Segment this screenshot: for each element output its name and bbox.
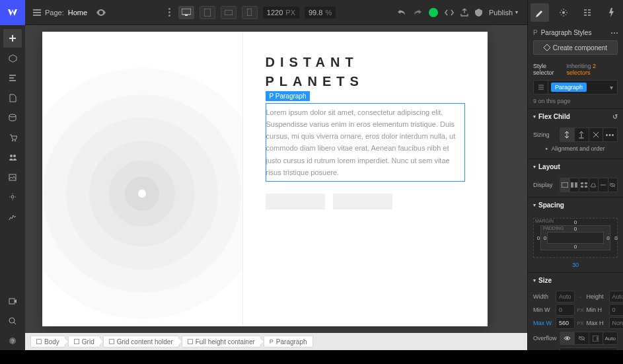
menu-icon[interactable]	[33, 9, 41, 16]
publish-button[interactable]: Publish ▾	[489, 9, 518, 17]
sizing-none-button[interactable]	[589, 128, 604, 141]
status-indicator	[429, 8, 438, 17]
svg-rect-17	[562, 182, 568, 188]
svg-text:?: ?	[11, 338, 15, 344]
class-selector-dropdown[interactable]: Paragraph ▾	[533, 80, 618, 94]
svg-rect-3	[225, 10, 233, 15]
mobile-portrait-button[interactable]	[242, 6, 258, 19]
symbols-button[interactable]	[3, 49, 22, 67]
create-component-button[interactable]: Create component	[533, 40, 618, 55]
audit-icon[interactable]	[475, 9, 482, 17]
reset-icon[interactable]: ↺	[612, 113, 618, 120]
class-tag[interactable]: Paragraph	[551, 83, 587, 92]
export-icon[interactable]	[460, 9, 468, 17]
viewport-controls: 1220PX 99.8%	[161, 6, 341, 19]
settings-tab[interactable]	[554, 3, 573, 22]
breadcrumb-item-body[interactable]: Body	[30, 336, 65, 347]
fit-select[interactable]: Fill	[560, 347, 618, 350]
audit-button[interactable]	[3, 207, 22, 226]
display-flex-button[interactable]	[570, 178, 580, 192]
section-spacing[interactable]: Spacing	[538, 201, 618, 209]
style-manager-tab[interactable]	[578, 3, 597, 22]
margin-bottom-value[interactable]: 30	[533, 260, 618, 268]
max-w-input[interactable]: 560	[556, 317, 575, 329]
zoom-input[interactable]: 99.8%	[305, 7, 336, 18]
section-flex-child[interactable]: Flex Child	[538, 113, 610, 120]
mobile-landscape-button[interactable]	[221, 6, 237, 19]
sizing-more-button[interactable]: •••	[603, 128, 617, 141]
min-h-input[interactable]: 0	[609, 304, 623, 316]
sizing-shrink-button[interactable]	[560, 128, 575, 141]
svg-point-7	[12, 140, 13, 141]
display-group	[560, 178, 618, 192]
placeholder-button-1[interactable]	[266, 194, 325, 209]
right-panel-tabs	[527, 0, 623, 25]
display-grid-button[interactable]	[579, 178, 589, 192]
panel-more-icon[interactable]	[611, 32, 618, 34]
max-h-input[interactable]: None	[609, 317, 623, 329]
display-inline-button[interactable]	[599, 178, 608, 192]
breadcrumb-item-grid[interactable]: Grid	[68, 336, 100, 347]
breadcrumb-item-paragraph[interactable]: PParagraph	[264, 336, 313, 347]
min-w-input[interactable]: 0	[556, 304, 575, 316]
canvas-width-input[interactable]: 1220PX	[263, 7, 299, 18]
overflow-scroll-button[interactable]	[589, 332, 604, 344]
svg-point-6	[9, 114, 16, 117]
selected-paragraph[interactable]: Lorem ipsum dolor sit amet, consectetur …	[266, 103, 466, 182]
undo-icon[interactable]	[397, 9, 406, 17]
alignment-order-row[interactable]: ▸Alignment and order	[533, 143, 618, 155]
section-layout[interactable]: Layout	[538, 163, 618, 170]
svg-point-5	[562, 11, 565, 14]
breadcrumb-item-holder[interactable]: Grid content holder	[103, 336, 179, 347]
svg-point-9	[10, 155, 13, 157]
video-button[interactable]	[3, 292, 22, 310]
svg-rect-22	[581, 186, 583, 188]
tablet-view-button[interactable]	[200, 6, 215, 19]
section-size[interactable]: Size	[538, 277, 618, 284]
pages-button[interactable]	[3, 89, 22, 107]
design-canvas[interactable]: DISTANT PLANETS P Paragraph Lorem ipsum …	[42, 32, 488, 326]
settings-button[interactable]	[3, 188, 22, 206]
help-button[interactable]: ?	[3, 332, 22, 350]
svg-rect-13	[9, 299, 15, 304]
height-input[interactable]: Auto	[609, 291, 623, 303]
overflow-auto-button[interactable]: Auto	[603, 332, 617, 344]
width-input[interactable]: Auto	[556, 291, 575, 303]
style-panel: P Paragraph Styles Create component Styl…	[527, 25, 623, 350]
dropdown-caret-icon: ▾	[606, 84, 617, 91]
assets-button[interactable]	[3, 168, 22, 186]
svg-rect-23	[585, 186, 587, 188]
display-block-button[interactable]	[560, 178, 570, 192]
redo-icon[interactable]	[413, 9, 422, 17]
webflow-logo[interactable]	[0, 0, 25, 25]
page-heading[interactable]: DISTANT PLANETS	[266, 53, 466, 91]
overflow-visible-button[interactable]	[560, 332, 575, 344]
display-inlineblock-button[interactable]	[589, 178, 599, 192]
selection-label: P Paragraph	[266, 91, 311, 101]
cms-button[interactable]	[3, 108, 22, 127]
code-icon[interactable]	[445, 9, 454, 17]
add-element-button[interactable]	[3, 29, 22, 48]
svg-rect-18	[571, 182, 573, 188]
page-prefix: Page:	[45, 9, 64, 17]
placeholder-button-2[interactable]	[333, 194, 392, 209]
svg-rect-25	[593, 336, 599, 342]
inheriting-label[interactable]: Inheriting 2 selectors	[566, 63, 618, 76]
svg-rect-19	[575, 182, 577, 188]
overflow-hidden-button[interactable]	[575, 332, 589, 344]
page-name[interactable]: Home	[68, 9, 87, 17]
preview-icon[interactable]	[96, 9, 106, 16]
breadcrumb-item-container[interactable]: Full height container	[182, 336, 261, 347]
spacing-box[interactable]: MARGIN PADDING 0 0 0 0 0 0 0	[533, 218, 618, 258]
style-tab[interactable]	[531, 3, 549, 22]
display-none-button[interactable]	[608, 178, 618, 192]
sizing-grow-button[interactable]	[575, 128, 589, 141]
desktop-view-button[interactable]	[178, 6, 194, 19]
interactions-tab[interactable]	[602, 3, 620, 22]
navigator-button[interactable]	[3, 69, 22, 87]
search-button[interactable]	[3, 312, 22, 330]
users-button[interactable]	[3, 148, 22, 166]
svg-rect-2	[204, 9, 211, 17]
ecommerce-button[interactable]	[3, 128, 22, 147]
panel-title: Paragraph Styles	[541, 29, 592, 36]
